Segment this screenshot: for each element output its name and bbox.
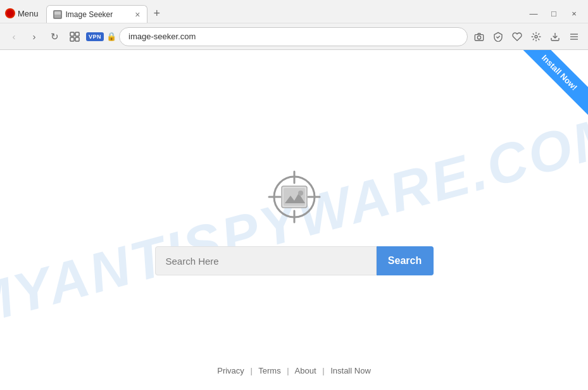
svg-point-6 [535,35,537,38]
footer-sep-2: | [287,366,289,375]
title-bar: Menu Image Seeker × + — □ × [0,0,588,23]
reload-button[interactable]: ↻ [46,28,63,46]
svg-rect-2 [70,37,74,41]
right-nav-icons [470,28,583,46]
tabs-view-button[interactable] [66,28,84,46]
svg-rect-1 [75,32,79,36]
camera-button[interactable] [470,28,488,46]
tab-close-button[interactable]: × [135,10,140,19]
svg-point-15 [298,191,303,196]
nav-bar: ‹ › ↻ VPN 🔒 image-seeker.com [0,23,588,49]
footer-sep-3: | [322,366,324,375]
svg-rect-0 [70,32,74,36]
footer-terms-link[interactable]: Terms [258,366,280,375]
page-content: MYANTISPYWARE.COM Install Now! [0,50,588,390]
footer-install-link[interactable]: Install Now [330,366,371,375]
install-banner-text: Install Now! [540,53,579,92]
tab-label: Image Seeker [66,10,132,19]
close-button[interactable]: × [565,4,583,22]
crosshair-icon [263,165,326,229]
maximize-button[interactable]: □ [545,4,563,22]
extensions-button[interactable] [527,28,545,46]
address-bar[interactable]: image-seeker.com [119,27,468,46]
search-input[interactable] [155,246,377,275]
install-banner[interactable]: Install Now! [506,50,588,132]
svg-rect-3 [75,37,79,41]
shield-button[interactable] [489,28,507,46]
forward-button[interactable]: › [25,28,43,46]
active-tab[interactable]: Image Seeker × [46,5,147,23]
svg-point-5 [477,35,480,39]
browser-chrome: Menu Image Seeker × + — □ × ‹ › ↻ [0,0,588,50]
heart-button[interactable] [508,28,526,46]
search-area: Search [155,246,434,275]
address-text: image-seeker.com [128,32,196,41]
window-controls: — □ × [525,4,583,22]
back-button[interactable]: ‹ [5,28,23,46]
minimize-button[interactable]: — [525,4,542,22]
tab-favicon [53,10,62,19]
tabs-area: Image Seeker × + [46,4,525,23]
lock-icon: 🔒 [106,32,116,41]
download-button[interactable] [546,28,564,46]
menu-icon-button[interactable] [565,28,583,46]
footer-privacy-link[interactable]: Privacy [217,366,244,375]
menu-button[interactable]: Menu [18,9,39,18]
search-button[interactable]: Search [377,246,434,275]
footer-sep-1: | [250,366,252,375]
footer-about-link[interactable]: About [295,366,316,375]
site-logo [263,165,326,231]
vpn-badge[interactable]: VPN [86,32,104,41]
opera-logo [5,8,15,18]
install-banner-ribbon[interactable]: Install Now! [516,50,588,115]
page-footer: Privacy | Terms | About | Install Now [0,366,588,375]
new-tab-button[interactable]: + [150,7,165,20]
